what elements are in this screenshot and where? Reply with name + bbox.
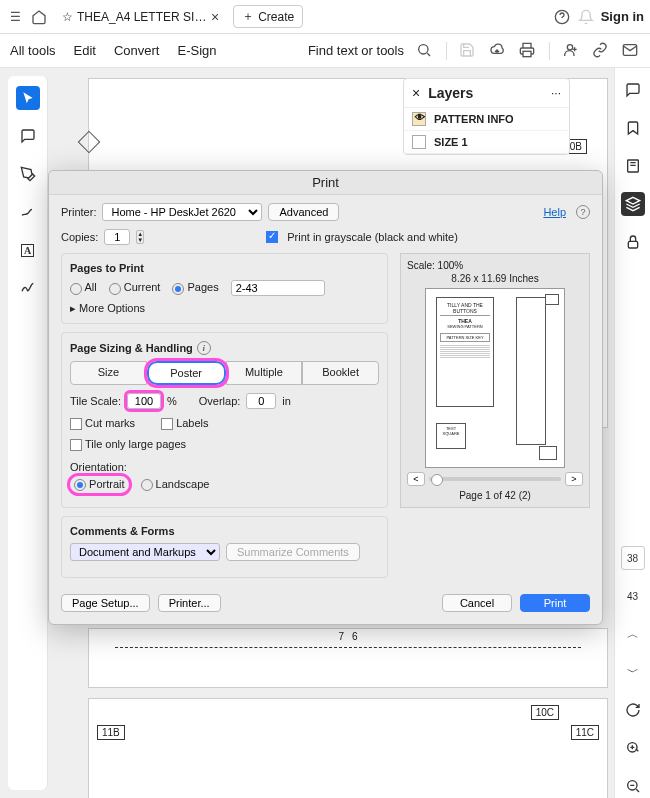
grayscale-checkbox[interactable]	[266, 231, 278, 243]
copies-label: Copies:	[61, 231, 98, 243]
pattern-label-11c: 11C	[571, 725, 599, 740]
tab-multiple[interactable]: Multiple	[226, 361, 303, 385]
help-icon[interactable]: ?	[576, 205, 590, 219]
cloud-icon[interactable]	[489, 42, 507, 60]
page-of-label: Page 1 of 42 (2)	[407, 490, 583, 501]
sign-tool[interactable]	[16, 276, 40, 300]
page-down-icon[interactable]: ﹀	[621, 660, 645, 684]
printer-select[interactable]: Home - HP DeskJet 2620	[102, 203, 262, 221]
text-tool[interactable]: A	[16, 238, 40, 262]
printer-settings-button[interactable]: Printer...	[158, 594, 221, 612]
layer-label: SIZE 1	[434, 136, 468, 148]
preview-prev-button[interactable]: <	[407, 472, 425, 486]
dialog-title: Print	[49, 171, 602, 195]
page-setup-button[interactable]: Page Setup...	[61, 594, 150, 612]
highlight-tool[interactable]	[16, 162, 40, 186]
select-tool[interactable]	[16, 86, 40, 110]
print-button[interactable]: Print	[520, 594, 590, 612]
portrait-radio[interactable]	[74, 479, 86, 491]
panel-lock-icon[interactable]	[621, 230, 645, 254]
menu-all-tools[interactable]: All tools	[10, 43, 56, 58]
layer-row[interactable]: SIZE 1	[404, 131, 569, 154]
document-tab[interactable]: ☆ THEA_A4 LETTER SIZE... ×	[54, 7, 227, 27]
close-tab-icon[interactable]: ×	[211, 9, 219, 25]
layer-visibility-toggle[interactable]: 👁	[412, 112, 426, 126]
draw-tool[interactable]	[16, 200, 40, 224]
ruler-mark: 6	[352, 631, 358, 642]
print-icon[interactable]	[519, 42, 537, 60]
layers-title: Layers	[428, 85, 543, 101]
link-icon[interactable]	[592, 42, 610, 60]
summarize-button: Summarize Comments	[226, 543, 360, 561]
orientation-label: Orientation:	[70, 461, 379, 473]
cut-marks-checkbox[interactable]	[70, 418, 82, 430]
panel-layers-icon[interactable]	[621, 192, 645, 216]
all-radio[interactable]	[70, 283, 82, 295]
help-link[interactable]: Help	[543, 206, 566, 218]
svg-point-1	[419, 44, 428, 53]
menu-icon[interactable]: ☰	[6, 8, 24, 26]
info-icon[interactable]: i	[197, 341, 211, 355]
find-label: Find text or tools	[308, 43, 404, 58]
zoom-out-icon[interactable]	[621, 774, 645, 798]
svg-rect-6	[628, 241, 637, 248]
close-layers-icon[interactable]: ×	[412, 85, 420, 101]
zoom-in-icon[interactable]	[621, 736, 645, 760]
mail-icon[interactable]	[622, 42, 640, 60]
comments-select[interactable]: Document and Markups	[70, 543, 220, 561]
menu-edit[interactable]: Edit	[74, 43, 96, 58]
overlap-input[interactable]	[246, 393, 276, 409]
save-icon[interactable]	[459, 42, 477, 60]
preview-next-button[interactable]: >	[565, 472, 583, 486]
pattern-label-10c: 10C	[531, 705, 559, 720]
bell-icon[interactable]	[577, 8, 595, 26]
pages-range-input[interactable]	[231, 280, 325, 296]
sign-in-button[interactable]: Sign in	[601, 9, 644, 24]
page-number-badge[interactable]: 38	[621, 546, 645, 570]
tab-title: THEA_A4 LETTER SIZE...	[77, 10, 207, 24]
panel-thumb-icon[interactable]	[621, 154, 645, 178]
labels-checkbox[interactable]	[161, 418, 173, 430]
menu-esign[interactable]: E-Sign	[177, 43, 216, 58]
copies-input[interactable]	[104, 229, 130, 245]
share-user-icon[interactable]	[562, 42, 580, 60]
document-page: 7 6	[88, 628, 608, 688]
landscape-radio[interactable]	[141, 479, 153, 491]
ruler-mark: 7	[338, 631, 344, 642]
create-button[interactable]: ＋ Create	[233, 5, 303, 28]
cancel-button[interactable]: Cancel	[442, 594, 512, 612]
more-options-toggle[interactable]: ▸ More Options	[70, 302, 145, 314]
preview-slider[interactable]	[429, 477, 561, 481]
pages-radio[interactable]	[172, 283, 184, 295]
copies-down-icon[interactable]: ▼	[137, 237, 143, 243]
page-up-icon[interactable]: ︿	[621, 622, 645, 646]
svg-rect-2	[523, 51, 531, 56]
comment-tool[interactable]	[16, 124, 40, 148]
tile-scale-input[interactable]	[127, 393, 161, 409]
layer-visibility-toggle[interactable]	[412, 135, 426, 149]
panel-comment-icon[interactable]	[621, 78, 645, 102]
layer-row[interactable]: 👁 PATTERN INFO	[404, 108, 569, 131]
menu-convert[interactable]: Convert	[114, 43, 160, 58]
page-count-badge: 43	[621, 584, 645, 608]
star-icon: ☆	[62, 10, 73, 24]
tab-poster[interactable]: Poster	[147, 361, 226, 385]
right-toolbar: 38 43 ︿ ﹀	[614, 68, 650, 798]
overlap-label: Overlap:	[199, 395, 241, 407]
current-radio[interactable]	[109, 283, 121, 295]
tile-large-checkbox[interactable]	[70, 439, 82, 451]
help-icon[interactable]	[553, 8, 571, 26]
layers-more-icon[interactable]: ···	[551, 86, 561, 100]
panel-bookmark-icon[interactable]	[621, 116, 645, 140]
search-icon[interactable]	[416, 42, 434, 60]
grayscale-label: Print in grayscale (black and white)	[287, 231, 458, 243]
tab-booklet[interactable]: Booklet	[302, 361, 379, 385]
home-icon[interactable]	[30, 8, 48, 26]
advanced-button[interactable]: Advanced	[268, 203, 339, 221]
page-sizing-title: Page Sizing & Handling	[70, 342, 193, 354]
scale-label: Scale: 100%	[407, 260, 583, 271]
svg-point-3	[567, 44, 572, 49]
tab-size[interactable]: Size	[70, 361, 147, 385]
rotate-icon[interactable]	[621, 698, 645, 722]
page-dims-label: 8.26 x 11.69 Inches	[407, 273, 583, 284]
